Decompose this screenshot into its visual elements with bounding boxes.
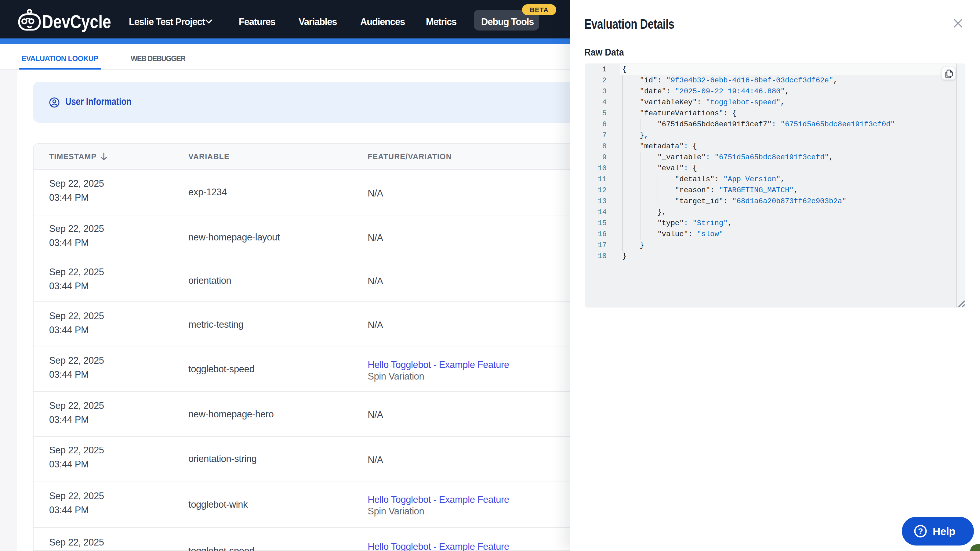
svg-text:DevCycle: DevCycle — [42, 12, 111, 32]
svg-text:?: ? — [918, 527, 923, 536]
